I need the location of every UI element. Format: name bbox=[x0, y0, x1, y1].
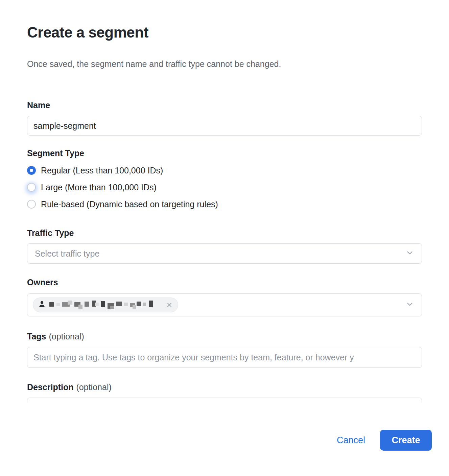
radio-label-rule-based: Rule-based (Dynamic based on targeting r… bbox=[41, 199, 218, 209]
create-segment-dialog: Create a segment Once saved, the segment… bbox=[0, 24, 449, 451]
radio-button-regular[interactable] bbox=[27, 166, 36, 175]
page-subtitle: Once saved, the segment name and traffic… bbox=[27, 59, 422, 69]
radio-option-rule-based[interactable]: Rule-based (Dynamic based on targeting r… bbox=[27, 199, 422, 209]
radio-label-large: Large (More than 100,000 IDs) bbox=[41, 183, 157, 192]
owners-label: Owners bbox=[27, 277, 422, 287]
description-field-clipped bbox=[27, 398, 422, 403]
owner-chip[interactable] bbox=[33, 298, 178, 312]
cancel-button[interactable]: Cancel bbox=[337, 435, 365, 446]
description-textarea[interactable] bbox=[27, 398, 422, 403]
redacted-owner-name bbox=[49, 299, 161, 311]
create-button[interactable]: Create bbox=[380, 430, 432, 451]
traffic-type-label: Traffic Type bbox=[27, 228, 422, 238]
description-optional-suffix: (optional) bbox=[76, 382, 112, 392]
chevron-down-icon bbox=[405, 300, 414, 310]
name-label: Name bbox=[27, 100, 422, 110]
dialog-footer: Cancel Create bbox=[27, 430, 432, 451]
tags-label-text: Tags bbox=[27, 332, 46, 341]
radio-button-rule-based[interactable] bbox=[27, 200, 36, 209]
radio-option-large[interactable]: Large (More than 100,000 IDs) bbox=[27, 183, 422, 192]
traffic-type-placeholder: Select traffic type bbox=[35, 249, 99, 259]
tags-input[interactable] bbox=[27, 347, 422, 368]
tags-label: Tags(optional) bbox=[27, 331, 422, 341]
owners-select[interactable] bbox=[27, 293, 422, 316]
tags-optional-suffix: (optional) bbox=[49, 332, 84, 341]
description-label: Description(optional) bbox=[27, 382, 422, 392]
description-label-text: Description bbox=[27, 382, 74, 392]
close-icon[interactable] bbox=[166, 302, 172, 308]
page-title: Create a segment bbox=[27, 24, 422, 41]
segment-name-input[interactable] bbox=[27, 116, 422, 136]
segment-type-radio-group: Regular (Less than 100,000 IDs) Large (M… bbox=[27, 166, 422, 209]
chevron-down-icon bbox=[405, 248, 414, 259]
segment-type-label: Segment Type bbox=[27, 148, 422, 158]
radio-option-regular[interactable]: Regular (Less than 100,000 IDs) bbox=[27, 166, 422, 175]
radio-label-regular: Regular (Less than 100,000 IDs) bbox=[41, 166, 163, 175]
traffic-type-select[interactable]: Select traffic type bbox=[27, 243, 422, 264]
person-icon bbox=[38, 300, 46, 310]
radio-button-large[interactable] bbox=[27, 183, 36, 192]
